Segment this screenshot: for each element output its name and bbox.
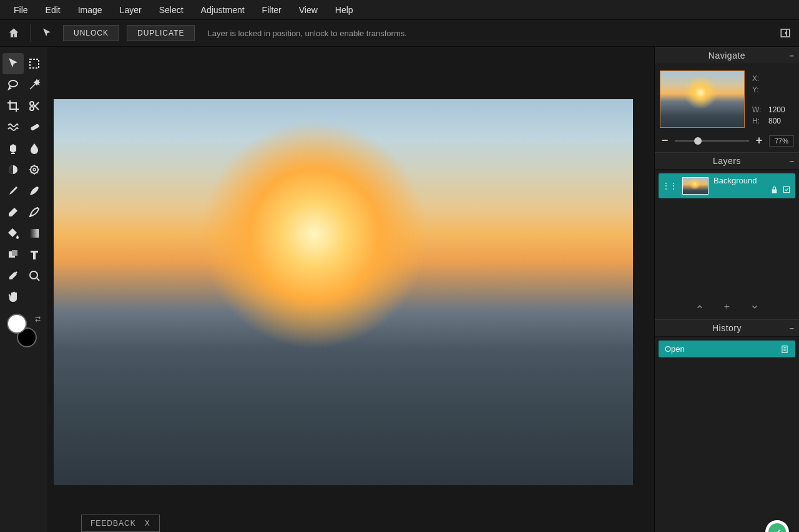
- lock-icon[interactable]: [769, 185, 779, 195]
- gradient-tool-icon: [27, 226, 41, 240]
- sponge-tool-icon: [27, 163, 41, 177]
- foreground-color-swatch[interactable]: [7, 314, 27, 334]
- zoom-slider-handle[interactable]: [694, 137, 702, 145]
- svg-rect-7: [30, 229, 39, 238]
- menu-view[interactable]: View: [290, 1, 326, 19]
- layer-down-button[interactable]: [748, 301, 761, 313]
- blur-tool[interactable]: [24, 138, 45, 159]
- menu-select[interactable]: Select: [150, 1, 192, 19]
- liquify-tool-icon: [6, 120, 20, 134]
- unlock-button[interactable]: UNLOCK: [63, 25, 119, 41]
- menu-bar: File Edit Image Layer Select Adjustment …: [0, 0, 799, 19]
- home-icon: [7, 27, 20, 39]
- shape-tool-icon: [6, 248, 20, 261]
- clone-tool[interactable]: [2, 138, 24, 159]
- layer-up-button[interactable]: [694, 301, 706, 313]
- layers-panel-header[interactable]: Layers −: [655, 152, 799, 170]
- draw-tool-icon: [27, 184, 41, 198]
- visibility-icon[interactable]: [782, 185, 792, 195]
- zoom-slider[interactable]: [675, 140, 749, 142]
- hand-tool[interactable]: [2, 286, 24, 307]
- dodge-tool[interactable]: [2, 159, 24, 180]
- draw-tool[interactable]: [24, 180, 45, 201]
- lasso-tool-icon: [6, 78, 20, 92]
- canvas-area[interactable]: FEEDBACK X: [47, 47, 654, 532]
- shape-tool[interactable]: [2, 244, 24, 265]
- layers-panel: ⋮⋮ Background +: [655, 170, 799, 319]
- fill-tool[interactable]: [2, 223, 24, 244]
- layer-add-button[interactable]: +: [721, 301, 733, 313]
- coord-h-label: H:: [752, 117, 763, 125]
- heal-tool-icon: [27, 120, 41, 134]
- wand-tool[interactable]: [24, 74, 45, 95]
- close-icon[interactable]: X: [145, 519, 150, 528]
- arrange-tool[interactable]: [2, 53, 24, 74]
- collapse-icon[interactable]: −: [789, 324, 794, 333]
- wand-tool-icon: [27, 78, 41, 92]
- collapse-icon[interactable]: −: [789, 157, 794, 166]
- marquee-tool-icon: [27, 57, 41, 70]
- feedback-button[interactable]: FEEDBACK X: [81, 515, 160, 532]
- toggle-panels-button[interactable]: [777, 24, 794, 42]
- option-bar: UNLOCK DUPLICATE Layer is locked in posi…: [0, 19, 799, 47]
- menu-layer[interactable]: Layer: [111, 1, 150, 19]
- picker-tool[interactable]: [2, 265, 24, 286]
- liquify-tool[interactable]: [2, 117, 24, 138]
- document-icon: [780, 345, 789, 354]
- menu-help[interactable]: Help: [326, 1, 362, 19]
- coord-y-label: Y:: [752, 85, 763, 94]
- cutout-tool[interactable]: [24, 95, 45, 117]
- navigate-title: Navigate: [708, 51, 745, 60]
- coord-x-label: X:: [752, 74, 763, 83]
- layer-item[interactable]: ⋮⋮ Background: [659, 173, 795, 198]
- svg-point-5: [33, 168, 36, 171]
- svg-rect-2: [30, 123, 39, 131]
- clone-tool-icon: [6, 142, 20, 155]
- history-item[interactable]: Open: [659, 341, 795, 357]
- layer-drag-handle[interactable]: ⋮⋮: [662, 185, 677, 187]
- replace-color-tool[interactable]: [2, 180, 24, 201]
- menu-image[interactable]: Image: [69, 1, 111, 19]
- zoom-tool[interactable]: [24, 265, 45, 286]
- coord-w-label: W:: [752, 105, 763, 114]
- sponge-tool[interactable]: [24, 159, 45, 180]
- color-swatches[interactable]: ⇄: [7, 314, 41, 347]
- menu-edit[interactable]: Edit: [37, 1, 69, 19]
- coord-w-value: 1200: [768, 105, 785, 114]
- eraser-tool[interactable]: [2, 201, 24, 223]
- panels-icon: [780, 27, 791, 39]
- zoom-out-button[interactable]: −: [660, 134, 670, 147]
- home-button[interactable]: [5, 24, 22, 42]
- toolbar: ⇄: [0, 47, 47, 532]
- pen-tool[interactable]: [24, 201, 45, 223]
- duplicate-button[interactable]: DUPLICATE: [127, 25, 195, 41]
- heal-tool[interactable]: [24, 117, 45, 138]
- lasso-tool[interactable]: [2, 74, 24, 95]
- navigate-panel: X: Y: W:1200 H:800 − +: [655, 64, 799, 152]
- zoom-in-button[interactable]: +: [754, 134, 764, 147]
- menu-adjustment[interactable]: Adjustment: [192, 1, 253, 19]
- crop-tool-icon: [6, 99, 20, 113]
- swap-colors-icon[interactable]: ⇄: [35, 315, 41, 323]
- marquee-tool[interactable]: [24, 53, 45, 74]
- zoom-input[interactable]: [769, 135, 794, 147]
- arrange-mode-button[interactable]: [38, 24, 56, 42]
- text-tool[interactable]: [24, 244, 45, 265]
- navigate-panel-header[interactable]: Navigate −: [655, 47, 799, 64]
- checkmark-icon: [768, 523, 786, 532]
- arrange-tool-icon: [6, 57, 20, 70]
- history-item-label: Open: [665, 344, 685, 354]
- layer-thumbnail[interactable]: [682, 177, 708, 195]
- layer-name[interactable]: Background: [713, 176, 764, 185]
- svg-rect-9: [12, 250, 17, 256]
- menu-filter[interactable]: Filter: [253, 1, 290, 19]
- crop-tool[interactable]: [2, 95, 24, 117]
- menu-file[interactable]: File: [5, 1, 37, 19]
- history-panel-header[interactable]: History −: [655, 319, 799, 337]
- eraser-tool-icon: [6, 205, 20, 219]
- cursor-icon: [41, 27, 52, 39]
- canvas-image[interactable]: [54, 99, 633, 485]
- navigator-thumbnail[interactable]: [660, 70, 745, 128]
- gradient-tool[interactable]: [24, 223, 45, 244]
- collapse-icon[interactable]: −: [789, 51, 794, 60]
